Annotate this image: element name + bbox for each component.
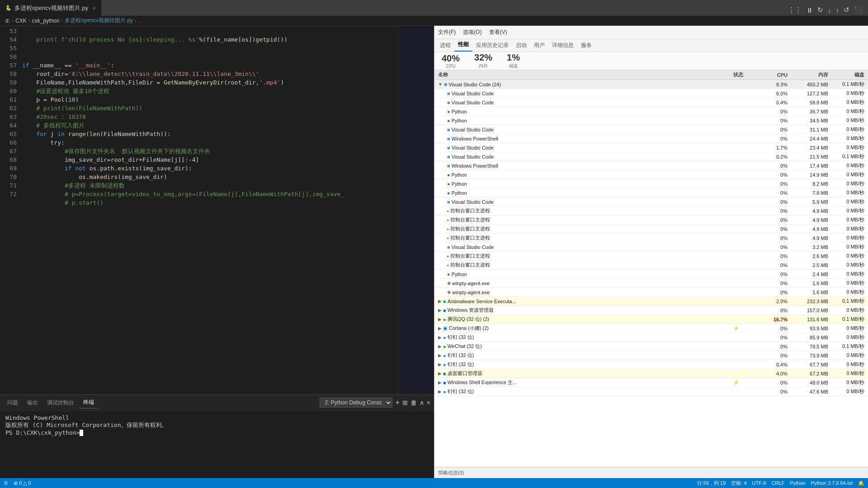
stop-icon[interactable]: ⬛ [854, 6, 863, 14]
col-name[interactable]: 名称 [438, 71, 733, 78]
code-content[interactable]: print( f'child process No {os}:sleeping.… [20, 26, 398, 394]
expand-icon[interactable]: ▶ [438, 389, 442, 394]
tm-tab-services[interactable]: 服务 [577, 39, 595, 52]
table-row[interactable]: ◆ winpty-agent.exe 0%1.6 MB0 MB/秒 [434, 279, 868, 288]
step-over-icon[interactable]: ↓ [828, 6, 831, 14]
expand-icon[interactable]: ▶ [438, 362, 442, 367]
step-into-icon[interactable]: ↑ [836, 6, 840, 14]
table-row[interactable]: ■ Visual Studio Code 0.2%21.5 MB0.1 MB/秒 [434, 152, 868, 161]
tm-tab-details[interactable]: 详细信息 [548, 39, 577, 52]
table-row[interactable]: ● Python 0%2.4 MB0 MB/秒 [434, 270, 868, 279]
table-row[interactable]: ▪ 控制台窗口主进程 0%4.9 MB0 MB/秒 [434, 234, 868, 243]
tab-problems[interactable]: 问题 [4, 397, 22, 408]
main-area: 53 54 55 56 57 58 59 60 61 62 63 64 65 6… [0, 26, 868, 478]
language[interactable]: Python [790, 480, 805, 486]
tm-tab-users[interactable]: 用户 [530, 39, 548, 52]
restart-icon[interactable]: ↻ [817, 6, 823, 14]
table-row[interactable]: ● Python 0%8.2 MB0 MB/秒 [434, 179, 868, 188]
row-col[interactable]: 行 59，列 19 [697, 480, 726, 487]
table-row[interactable]: ■ Visual Studio Code 0%3.2 MB0 MB/秒 [434, 243, 868, 252]
table-row[interactable]: ▪ 控制台窗口主进程 0%2.5 MB0 MB/秒 [434, 261, 868, 270]
table-row[interactable]: ▪ 控制台窗口主进程 0%4.9 MB0 MB/秒 [434, 206, 868, 216]
spaces[interactable]: 空格: 4 [731, 480, 746, 487]
table-row[interactable]: ▶ ● 钉钉 (32 位) 0%73.9 MB0 MB/秒 [434, 351, 868, 360]
tm-tab-startup[interactable]: 启动 [512, 39, 530, 52]
notifications-icon[interactable]: 🔔 [858, 480, 864, 486]
dd2-icon: ● [443, 353, 446, 358]
expand-icon[interactable]: ▶ [438, 317, 442, 322]
split-terminal-icon[interactable]: ⊞ [402, 399, 408, 406]
expand-icon[interactable]: ▶ [438, 371, 442, 376]
line-ending[interactable]: CRLF [772, 480, 785, 486]
table-row[interactable]: ■ Visual Studio Code 0.4%58.8 MB0 MB/秒 [434, 98, 868, 107]
terminal-session-select[interactable]: 2: Python Debug Consc [320, 398, 392, 408]
tab-output[interactable]: 输出 [24, 397, 42, 408]
tm-view-menu[interactable]: 查看(V) [489, 28, 507, 36]
breadcrumb: d: › CXK › cxk_python › 多进程opencv视频转图片.p… [0, 16, 868, 26]
table-row[interactable]: ▶ ● 钉钉 (32 位) 0%85.9 MB0 MB/秒 [434, 333, 868, 342]
table-row[interactable]: ■ Windows PowerShell 0%17.4 MB0 MB/秒 [434, 161, 868, 170]
table-row[interactable]: ■ Visual Studio Code 1.7%23.4 MB0 MB/秒 [434, 143, 868, 152]
add-terminal-icon[interactable]: + [395, 399, 399, 407]
layout-icon[interactable]: ⋮⋮ [788, 6, 802, 14]
table-row[interactable]: ▪ 控制台窗口主进程 0%2.6 MB0 MB/秒 [434, 252, 868, 261]
tm-options-menu[interactable]: 选项(O) [463, 28, 481, 36]
step-out-icon[interactable]: ↺ [844, 6, 849, 14]
table-row[interactable]: ▶ ■ Windows 资源管理器 0%157.0 MB0 MB/秒 [434, 306, 868, 315]
tm-table-body[interactable]: ▼ ■ Visual Studio Code (24) 8.3% 450.2 M… [434, 80, 868, 467]
table-row[interactable]: ■ Visual Studio Code 6.0%127.2 MB0 MB/秒 [434, 89, 868, 98]
tab-bar: 🐍 多进程opencv视频转图片.py × ⋮⋮ ⏸ ↻ ↓ ↑ ↺ ⬛ [0, 0, 868, 16]
expand-icon[interactable]: ▶ [438, 353, 442, 358]
tab-close-icon[interactable]: × [93, 5, 95, 11]
table-row[interactable]: ▶ ● 钉钉 (32 位) 0.4%67.7 MB0 MB/秒 [434, 360, 868, 369]
table-row[interactable]: ■ Visual Studio Code 0%31.1 MB0 MB/秒 [434, 125, 868, 134]
table-row[interactable]: ▶ ● 钉钉 (32 位) 0%47.6 MB0 MB/秒 [434, 387, 868, 396]
table-row[interactable]: ▶ ● WeChat (32 位) 0%78.5 MB0.1 MB/秒 [434, 342, 868, 351]
tab-debug-console[interactable]: 调试控制台 [43, 397, 78, 408]
encoding[interactable]: UTF-8 [752, 480, 766, 486]
table-row[interactable]: ▪ 控制台窗口主进程 0%4.9 MB0 MB/秒 [434, 216, 868, 225]
tm-tab-performance[interactable]: 性能 [454, 38, 472, 52]
expand-icon[interactable]: ▼ [438, 82, 443, 87]
close-terminal-icon[interactable]: × [427, 399, 430, 406]
expand-icon[interactable]: ▶ [438, 299, 442, 304]
table-row[interactable]: ● Python 0%34.5 MB0 MB/秒 [434, 116, 868, 125]
collapse-icon[interactable]: ∧ [420, 399, 424, 406]
table-row[interactable]: ■ Visual Studio Code 0%5.9 MB0 MB/秒 [434, 197, 868, 206]
git-branch[interactable]: ⑤ [4, 480, 8, 486]
col-disk[interactable]: 磁盘 [828, 71, 864, 78]
tm-footer: 简略信息(0) [434, 467, 868, 478]
disk-stat: 1% 磁盘 [507, 52, 520, 69]
terminal-panel: 问题 输出 调试控制台 终端 2: Python Debug Consc + ⊞… [0, 394, 434, 478]
active-tab[interactable]: 🐍 多进程opencv视频转图片.py × [0, 0, 101, 16]
table-row[interactable]: ▪ 控制台窗口主进程 0%4.9 MB0 MB/秒 [434, 225, 868, 234]
table-row[interactable]: ◆ winpty-agent.exe 0%1.6 MB0 MB/秒 [434, 288, 868, 297]
table-row[interactable]: ■ Windows PowerShell 0%24.4 MB0 MB/秒 [434, 134, 868, 143]
table-row[interactable]: ● Python 0%7.8 MB0 MB/秒 [434, 188, 868, 197]
table-row[interactable]: ▶ ■ 桌面窗口管理器 4.0%67.2 MB0 MB/秒 [434, 369, 868, 378]
expand-icon[interactable]: ▶ [438, 344, 442, 349]
table-row[interactable]: ▼ ■ Visual Studio Code (24) 8.3% 450.2 M… [434, 80, 868, 89]
col-status[interactable]: 状态 [733, 71, 756, 78]
python-version[interactable]: Python 3.7.8 64-bit [811, 480, 853, 486]
table-row[interactable]: ▶ ■ Windows Shell Experience 主... ⚡0%48.… [434, 378, 868, 387]
col-cpu[interactable]: CPU [756, 72, 788, 78]
errors-warnings[interactable]: ⊗ 0 △ 0 [14, 480, 31, 486]
tab-terminal[interactable]: 终端 [80, 397, 98, 408]
tm-tab-history[interactable]: 应用历史记录 [472, 39, 512, 52]
expand-icon[interactable]: ▶ [438, 326, 442, 331]
table-row[interactable]: ● Python 0%14.9 MB0 MB/秒 [434, 170, 868, 179]
trash-icon[interactable]: 🗑 [410, 399, 417, 406]
table-row[interactable]: ▶ ● 腾讯QQ (32 位) (2) 16.7%131.6 MB0.1 MB/… [434, 315, 868, 324]
expand-icon[interactable]: ▶ [438, 308, 442, 313]
tm-file-menu[interactable]: 文件(F) [438, 28, 456, 36]
table-row[interactable]: ▶ ◉ Cortana (小娜) (2) ⚡0%93.9 MB0 MB/秒 [434, 324, 868, 333]
expand-icon[interactable]: ▶ [438, 335, 442, 340]
expand-icon[interactable]: ▶ [438, 380, 442, 385]
terminal-content[interactable]: Windows PowerShell 版权所有 (C) Microsoft Co… [0, 411, 434, 478]
tm-tab-processes[interactable]: 进程 [436, 39, 454, 52]
pause-icon[interactable]: ⏸ [806, 6, 813, 14]
table-row[interactable]: ● Python 0%36.7 MB0 MB/秒 [434, 107, 868, 116]
table-row[interactable]: ▶ ■ Antimalware Service Executa... 2.0%2… [434, 297, 868, 306]
col-mem[interactable]: 内存 [788, 71, 828, 78]
